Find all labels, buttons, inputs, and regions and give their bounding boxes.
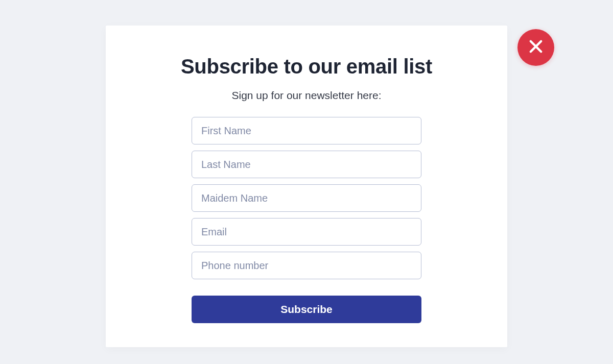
- modal-title: Subscribe to our email list: [106, 55, 507, 78]
- phone-field[interactable]: [192, 252, 421, 279]
- subscribe-button[interactable]: Subscribe: [192, 296, 421, 323]
- close-button[interactable]: [517, 29, 554, 66]
- spacer: [192, 285, 421, 289]
- subscribe-modal: Subscribe to our email list Sign up for …: [106, 26, 507, 347]
- close-icon: [527, 38, 545, 57]
- subscribe-form: Subscribe: [192, 117, 421, 323]
- maiden-name-field[interactable]: [192, 184, 421, 212]
- first-name-field[interactable]: [192, 117, 421, 144]
- email-field[interactable]: [192, 218, 421, 246]
- modal-subtitle: Sign up for our newsletter here:: [106, 89, 507, 102]
- last-name-field[interactable]: [192, 151, 421, 178]
